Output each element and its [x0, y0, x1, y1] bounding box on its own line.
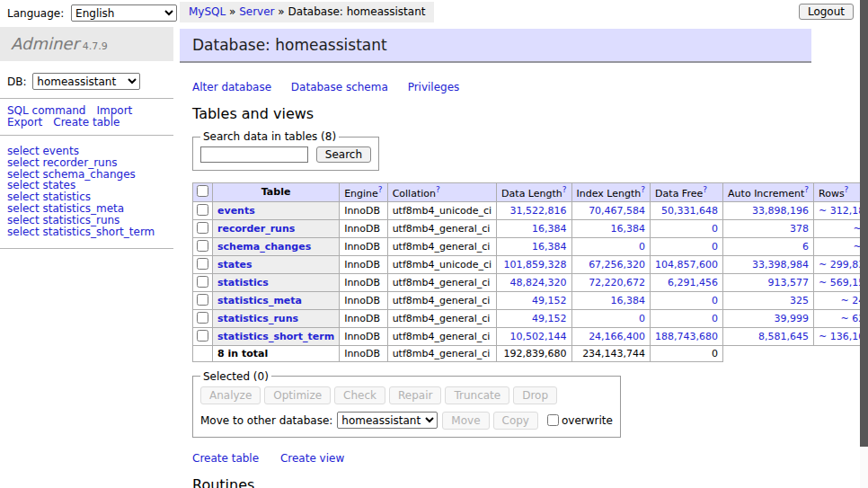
scrollbar-thumb[interactable]: [860, 0, 868, 447]
sql-command-link[interactable]: SQL command: [7, 104, 85, 117]
breadcrumb-item[interactable]: MySQL: [189, 5, 226, 18]
index-length-link[interactable]: 0: [639, 241, 645, 253]
create-view-link[interactable]: Create view: [280, 452, 344, 465]
auto-increment-link[interactable]: 913,577: [768, 277, 810, 288]
data-free-link[interactable]: 6,291,456: [668, 277, 718, 288]
collation-cell: utf8mb4_general_ci: [387, 219, 496, 237]
index-length-link[interactable]: 16,384: [611, 223, 646, 235]
row-checkbox[interactable]: [197, 312, 208, 324]
move-db-select[interactable]: homeassistant: [337, 412, 438, 429]
auto-increment-link[interactable]: 8,581,645: [758, 331, 809, 342]
table-name-link[interactable]: statistics: [217, 277, 269, 288]
data-free-link[interactable]: 0: [712, 295, 718, 306]
table-name-link[interactable]: states: [217, 259, 252, 271]
index-length-link[interactable]: 16,384: [611, 295, 646, 306]
data-free-cell: 0: [651, 309, 723, 327]
auto-increment-link[interactable]: 33,898,196: [752, 205, 809, 217]
data-length-link[interactable]: 49,152: [532, 313, 567, 324]
help-icon[interactable]: ?: [804, 185, 809, 194]
section-routines-title: Routines: [192, 476, 811, 488]
move-buttons: MoveCopy: [442, 412, 542, 430]
create-table-link[interactable]: Create table: [53, 116, 120, 129]
data-free-link[interactable]: 188,743,680: [655, 331, 718, 342]
db-select[interactable]: homeassistant: [32, 73, 140, 90]
analyze-button: Analyze: [200, 386, 261, 404]
row-checkbox[interactable]: [197, 258, 208, 270]
help-icon[interactable]: ?: [378, 185, 383, 194]
table-name-link[interactable]: statistics_meta: [217, 295, 302, 306]
auto-increment-link[interactable]: 378: [790, 223, 809, 235]
language-select[interactable]: English: [71, 4, 177, 22]
app-name: Adminer: [11, 34, 79, 53]
data-free-link[interactable]: 104,857,600: [655, 259, 718, 271]
search-input[interactable]: [200, 146, 308, 163]
table-name-cell: statistics_runs: [213, 309, 340, 327]
scrollbar[interactable]: [860, 0, 868, 488]
alter-database-link[interactable]: Alter database: [192, 81, 271, 93]
row-checkbox[interactable]: [197, 294, 208, 306]
search-button[interactable]: Search: [316, 146, 371, 163]
collation-cell: utf8mb4_general_ci: [387, 309, 496, 327]
export-link[interactable]: Export: [7, 116, 42, 129]
help-icon[interactable]: ?: [641, 185, 645, 194]
row-checkbox[interactable]: [197, 204, 208, 216]
data-length-link[interactable]: 10,502,144: [510, 331, 567, 342]
data-free-link[interactable]: 0: [712, 313, 718, 324]
total-engine: InnoDB: [340, 345, 387, 361]
data-free-link[interactable]: 0: [712, 223, 718, 235]
index-length-link[interactable]: 70,467,584: [589, 205, 645, 217]
column-header-table: Table: [213, 183, 340, 202]
tables-table: TableEngine?Collation?Data Length?Index …: [192, 182, 868, 362]
data-length-link[interactable]: 48,824,320: [510, 277, 567, 288]
data-free-link[interactable]: 0: [712, 241, 718, 253]
breadcrumb-item[interactable]: Server: [239, 5, 274, 18]
auto-increment-link[interactable]: 39,999: [775, 313, 810, 324]
auto-increment-cell: 8,581,645: [723, 327, 814, 345]
move-row: Move to other database: homeassistant Mo…: [200, 412, 613, 430]
row-checkbox[interactable]: [197, 330, 208, 342]
table-name-link[interactable]: recorder_runs: [217, 223, 295, 235]
data-length-link[interactable]: 16,384: [532, 241, 567, 253]
select-link[interactable]: select: [7, 226, 40, 238]
row-checkbox[interactable]: [197, 276, 208, 288]
index-length-link[interactable]: 72,220,672: [589, 277, 645, 288]
overwrite-checkbox[interactable]: [547, 414, 559, 426]
auto-increment-link[interactable]: 33,398,984: [752, 259, 809, 271]
auto-increment-link[interactable]: 325: [790, 295, 809, 306]
index-length-link[interactable]: 67,256,320: [589, 259, 645, 271]
table-link[interactable]: statistics_short_term: [42, 226, 155, 238]
import-link[interactable]: Import: [96, 104, 132, 117]
data-length-cell: 16,384: [497, 237, 571, 255]
sidebar-menu: SQL commandImport ExportCreate table: [0, 105, 173, 129]
search-legend: Search data in tables (8): [200, 130, 339, 143]
row-checkbox-cell: [193, 327, 213, 345]
table-name-cell: recorder_runs: [213, 219, 340, 237]
table-name-link[interactable]: statistics_runs: [217, 313, 298, 324]
help-icon[interactable]: ?: [436, 185, 440, 194]
index-length-link[interactable]: 24,166,400: [589, 331, 645, 342]
table-name-link[interactable]: statistics_short_term: [217, 331, 334, 342]
data-length-link[interactable]: 49,152: [532, 295, 567, 306]
logout-button[interactable]: Logout: [799, 4, 854, 20]
table-name-link[interactable]: schema_changes: [217, 241, 311, 253]
auto-increment-cell: 6: [723, 237, 814, 255]
data-length-link[interactable]: 31,522,816: [510, 205, 567, 217]
auto-increment-link[interactable]: 6: [802, 241, 809, 253]
data-length-link[interactable]: 101,859,328: [504, 259, 567, 271]
database-schema-link[interactable]: Database schema: [291, 81, 388, 93]
data-length-link[interactable]: 16,384: [532, 223, 567, 235]
data-free-link[interactable]: 50,331,648: [661, 205, 718, 217]
privileges-link[interactable]: Privileges: [408, 81, 460, 93]
create-table-link-main[interactable]: Create table: [192, 452, 259, 465]
total-index-length: 234,143,744: [571, 345, 651, 361]
help-icon[interactable]: ?: [562, 185, 567, 194]
row-checkbox[interactable]: [197, 240, 208, 252]
overwrite-label: overwrite: [562, 414, 613, 427]
row-checkbox[interactable]: [197, 222, 208, 234]
table-name-cell: statistics: [213, 273, 340, 291]
help-icon[interactable]: ?: [703, 185, 707, 194]
select-all-checkbox[interactable]: [197, 185, 208, 197]
index-length-link[interactable]: 0: [639, 313, 645, 324]
table-name-link[interactable]: events: [217, 205, 255, 217]
help-icon[interactable]: ?: [845, 185, 849, 194]
